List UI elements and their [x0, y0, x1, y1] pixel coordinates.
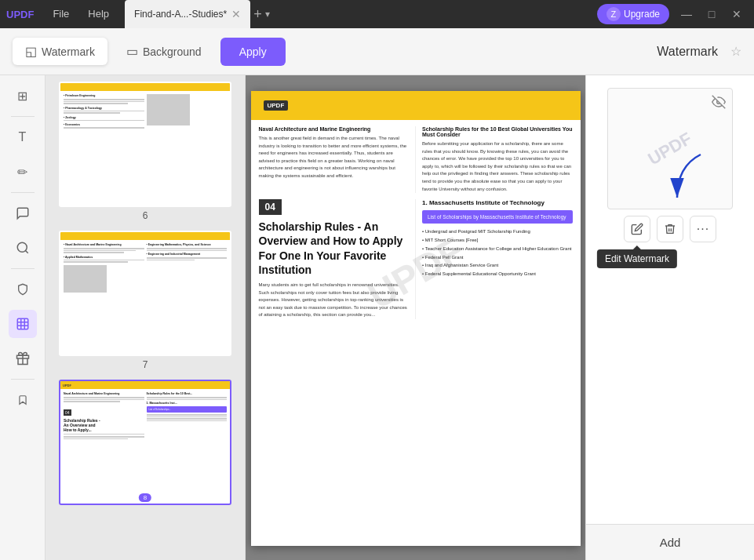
app-logo: UPDF [6, 9, 34, 20]
thumbnails-panel: • Petroleum Engineering • Pharmacology &… [46, 75, 246, 560]
window-controls: — □ ✕ [676, 3, 748, 25]
col1-body: This is another great field in demand in… [259, 135, 410, 180]
menu-file[interactable]: File [43, 0, 78, 28]
thumb-label-6: 6 [143, 210, 148, 221]
svg-line-1 [25, 250, 27, 253]
sidebar-item-watermark[interactable] [9, 310, 37, 338]
sidebar-item-comment[interactable] [9, 199, 37, 227]
menu-help[interactable]: Help [78, 0, 118, 28]
divider-1 [11, 116, 35, 117]
page-logo: UPDF [264, 100, 289, 111]
titlebar: UPDF File Help Find-and-A...-Studies* ✕ … [0, 0, 754, 28]
background-tab-icon: ▭ [126, 44, 138, 59]
toolbar: ◱ Watermark ▭ Background Apply Watermark… [0, 28, 754, 75]
sidebar-item-search[interactable] [9, 234, 37, 262]
panel-title: Watermark [657, 45, 718, 59]
sidebar-item-security[interactable] [9, 275, 37, 304]
favorite-icon[interactable]: ☆ [730, 44, 741, 59]
divider-3 [11, 268, 35, 269]
thumbnail-page-7[interactable]: • Naval Architecture and Marine Engineer… [52, 231, 239, 370]
col1-title: Naval Architecture and Marine Engineerin… [259, 126, 410, 132]
highlight-box: List of Scholarships by Massachusetts In… [422, 210, 573, 224]
page-document: UPDF Naval Architecture and Marine Engin… [251, 91, 581, 546]
col2-intro: Before submitting your application for a… [422, 140, 573, 193]
tab-dropdown-button[interactable]: ▾ [265, 9, 270, 20]
sidebar-item-edit[interactable]: ✏ [9, 158, 37, 186]
right-section-title: 1. Massachusetts Institute of Technology [422, 199, 573, 206]
background-tab-label: Background [143, 45, 202, 58]
watermark-preview-box: UPDF [607, 88, 733, 209]
thumb-img-8: UPDF Naval Architecture and Marine Engin… [59, 380, 231, 505]
upgrade-label: Upgrade [624, 9, 660, 20]
edit-watermark-tooltip: Edit Watermark [597, 249, 677, 268]
sidebar-item-pages[interactable]: ⊞ [9, 82, 37, 110]
thumbnail-page-8[interactable]: UPDF Naval Architecture and Marine Engin… [52, 380, 239, 508]
watermark-preview-area: UPDF [586, 75, 754, 524]
titlebar-right: Z Upgrade — □ ✕ [597, 3, 748, 25]
col2-title: Scholarship Rules for the 10 Best Global… [422, 126, 573, 137]
main-title: Scholarship Rules - An Overview and How … [259, 220, 410, 277]
edit-watermark-button[interactable]: Edit Watermark [624, 216, 650, 242]
watermark-tab-button[interactable]: ◱ Watermark [13, 38, 107, 65]
sidebar-item-bookmark[interactable] [9, 386, 37, 414]
more-icon: ··· [697, 223, 709, 235]
new-tab-button[interactable]: + [253, 6, 262, 23]
svg-rect-2 [17, 318, 28, 329]
add-watermark-button[interactable]: Add [586, 524, 754, 560]
main-area: ⊞ T ✏ [0, 75, 754, 560]
close-button[interactable]: ✕ [726, 3, 748, 25]
thumb-img-6: • Petroleum Engineering • Pharmacology &… [59, 82, 231, 207]
page-header-bar: UPDF [251, 91, 581, 120]
page-viewer: UPDF Naval Architecture and Marine Engin… [246, 75, 585, 560]
upgrade-avatar: Z [606, 7, 621, 21]
left-sidebar: ⊞ T ✏ [0, 75, 46, 560]
divider-4 [11, 379, 35, 380]
watermark-tab-icon: ◱ [25, 44, 37, 59]
main-body: Many students aim to get full scholarshi… [259, 282, 410, 319]
tab-close-button[interactable]: ✕ [231, 8, 241, 20]
watermark-arrow [661, 151, 708, 216]
watermark-tab-label: Watermark [42, 45, 95, 58]
watermark-actions: Edit Watermark ··· [624, 216, 716, 242]
svg-point-0 [17, 242, 27, 252]
upgrade-button[interactable]: Z Upgrade [597, 4, 669, 24]
hide-watermark-button[interactable] [712, 95, 726, 112]
menu-bar: File Help [43, 0, 118, 28]
thumb-label-7: 7 [143, 359, 148, 370]
list-items: • Undergrad and Postgrad MIT Scholarship… [422, 227, 573, 278]
thumb-img-7: • Naval Architecture and Marine Engineer… [59, 231, 231, 356]
active-tab[interactable]: Find-and-A...-Studies* ✕ [125, 0, 250, 28]
minimize-button[interactable]: — [676, 3, 698, 25]
right-panel: UPDF [585, 75, 754, 560]
background-tab-button[interactable]: ▭ Background [114, 38, 214, 65]
tab-title: Find-and-A...-Studies* [134, 9, 227, 20]
maximize-button[interactable]: □ [701, 3, 723, 25]
tab-area: Find-and-A...-Studies* ✕ + ▾ [125, 0, 597, 28]
sidebar-item-text[interactable]: T [9, 123, 37, 151]
more-options-button[interactable]: ··· [690, 216, 716, 242]
divider-2 [11, 192, 35, 193]
delete-watermark-button[interactable] [657, 216, 683, 242]
thumbnail-page-6[interactable]: • Petroleum Engineering • Pharmacology &… [52, 82, 239, 221]
section-number: 04 [259, 199, 282, 215]
apply-button[interactable]: Apply [220, 38, 286, 66]
sidebar-item-gift[interactable] [9, 344, 37, 373]
